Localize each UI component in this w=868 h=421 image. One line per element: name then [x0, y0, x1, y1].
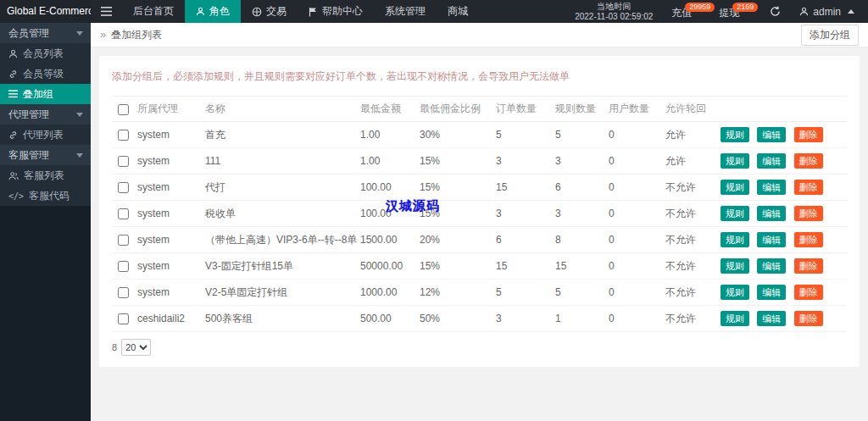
edit-button[interactable]: 编辑 [757, 258, 786, 274]
header-rules: 规则数量 [552, 97, 605, 122]
cell-agent: system [134, 122, 202, 148]
cell-users: 0 [605, 201, 662, 227]
local-time-label: 当地时间 [575, 2, 653, 12]
rules-button[interactable]: 规则 [721, 232, 749, 247]
rules-button[interactable]: 规则 [721, 311, 749, 326]
cell-users: 0 [605, 280, 662, 306]
user-menu[interactable]: admin [791, 6, 868, 18]
sidebar-item-member-level[interactable]: 会员等级 [0, 64, 91, 84]
sidebar-item-overlay-group[interactable]: 叠加组 [0, 84, 91, 104]
edit-button[interactable]: 编辑 [757, 311, 786, 326]
sidebar-item-service-list[interactable]: 客服列表 [0, 165, 91, 186]
cell-min-commission: 15% [416, 174, 492, 201]
add-group-button[interactable]: 添加分组 [801, 25, 859, 46]
delete-button[interactable]: 删除 [794, 311, 823, 326]
edit-button[interactable]: 编辑 [757, 180, 786, 195]
sidebar-group-member[interactable]: 会员管理 [0, 23, 91, 43]
withdraw-badge: 2169 [732, 3, 758, 12]
breadcrumb: »叠加组列表 [100, 28, 162, 42]
cell-rules: 1 [552, 306, 605, 332]
cell-name: 首充 [202, 122, 357, 148]
nav-system-label: 系统管理 [385, 4, 426, 19]
nav-mall[interactable]: 商城 [437, 0, 479, 23]
refresh-button[interactable] [760, 6, 791, 17]
sidebar-item-agent-list[interactable]: 代理列表 [0, 125, 91, 145]
withdraw-button[interactable]: 提现 2169 [712, 3, 760, 20]
rules-button[interactable]: 规则 [721, 285, 749, 300]
delete-button[interactable]: 删除 [794, 232, 823, 247]
edit-button[interactable]: 编辑 [757, 206, 786, 221]
chevron-down-icon [76, 153, 83, 158]
row-checkbox[interactable] [118, 130, 129, 141]
delete-button[interactable]: 删除 [794, 153, 823, 169]
edit-button[interactable]: 编辑 [757, 153, 786, 169]
delete-button[interactable]: 删除 [794, 127, 823, 142]
header-orders: 订单数量 [492, 97, 552, 122]
rules-button[interactable]: 规则 [721, 258, 749, 274]
row-checkbox[interactable] [118, 261, 129, 272]
nav-home[interactable]: 后台首页 [122, 0, 185, 23]
row-checkbox[interactable] [118, 156, 129, 167]
cell-allow: 不允许 [662, 174, 717, 201]
sidebar-group-agent[interactable]: 代理管理 [0, 104, 91, 125]
sidebar-item-service-list-label: 客服列表 [24, 169, 64, 183]
cell-min-commission: 20% [416, 227, 492, 253]
rules-button[interactable]: 规则 [721, 206, 749, 221]
edit-button[interactable]: 编辑 [757, 232, 786, 247]
row-checkbox[interactable] [118, 208, 129, 219]
table-row: system 111 1.00 15% 3 3 0 允许 规则 编辑 删除 [112, 148, 847, 174]
cell-orders: 3 [492, 148, 552, 174]
user-name: admin [813, 6, 841, 18]
cell-rules: 5 [552, 122, 605, 148]
cell-min-commission: 15% [416, 253, 492, 280]
rules-button[interactable]: 规则 [721, 153, 749, 169]
sidebar-item-member-list[interactable]: 会员列表 [0, 43, 91, 64]
header-min-amount: 最低金额 [357, 97, 416, 122]
header-actions [717, 97, 847, 122]
recharge-button[interactable]: 充值 29959 [665, 3, 712, 20]
app-logo: Global E-Commerce... [0, 0, 91, 23]
edit-button[interactable]: 编辑 [757, 127, 786, 142]
table-row: ceshidaili2 500养客组 500.00 50% 3 1 0 不允许 … [112, 306, 847, 332]
recharge-badge: 29959 [685, 3, 715, 12]
cell-name: 代打 [202, 174, 357, 201]
row-checkbox[interactable] [118, 313, 129, 324]
cell-orders: 6 [492, 227, 552, 253]
sidebar-item-service-code[interactable]: </> 客服代码 [0, 186, 91, 206]
rules-button[interactable]: 规则 [721, 127, 749, 142]
cell-agent: system [134, 280, 202, 306]
topbar-right: 当地时间 2022-11-03 02:59:02 充值 29959 提现 216… [563, 0, 868, 23]
cell-users: 0 [605, 227, 662, 253]
page-size-select[interactable]: 20 [121, 339, 151, 356]
row-checkbox[interactable] [118, 287, 129, 298]
nav-system[interactable]: 系统管理 [374, 0, 437, 23]
sidebar-toggle-button[interactable] [91, 0, 122, 23]
delete-button[interactable]: 删除 [794, 258, 823, 274]
local-time-value: 2022-11-03 02:59:02 [575, 12, 653, 22]
row-checkbox[interactable] [118, 235, 129, 246]
edit-button[interactable]: 编辑 [757, 285, 786, 300]
cell-users: 0 [605, 253, 662, 280]
cell-agent: system [134, 253, 202, 280]
cell-min-amount: 1000.00 [357, 280, 416, 306]
sidebar-group-service[interactable]: 客服管理 [0, 145, 91, 165]
cell-users: 0 [605, 174, 662, 201]
select-all-checkbox[interactable] [118, 104, 129, 115]
cell-users: 0 [605, 122, 662, 148]
overlay-group-table: 所属代理 名称 最低金额 最低佣金比例 订单数量 规则数量 用户数量 允许轮回 … [112, 96, 847, 332]
delete-button[interactable]: 删除 [794, 206, 823, 221]
row-checkbox[interactable] [118, 182, 129, 193]
nav-trade[interactable]: 交易 [241, 0, 298, 23]
breadcrumb-chevron-icon: » [100, 28, 106, 41]
nav-help[interactable]: 帮助中心 [298, 0, 374, 23]
cell-allow: 不允许 [662, 280, 717, 306]
delete-button[interactable]: 删除 [794, 180, 823, 195]
nav-role[interactable]: 角色 [185, 0, 241, 23]
table-row: system （带他上高速）VIP3-6单--转--8单 1500.00 20%… [112, 227, 847, 253]
list-icon [8, 90, 18, 98]
nav-trade-label: 交易 [266, 4, 287, 19]
sidebar-group-member-label: 会员管理 [8, 26, 49, 41]
rules-button[interactable]: 规则 [721, 180, 749, 195]
table-body: system 首充 1.00 30% 5 5 0 允许 规则 编辑 删除 sys… [112, 122, 847, 332]
delete-button[interactable]: 删除 [794, 285, 823, 300]
